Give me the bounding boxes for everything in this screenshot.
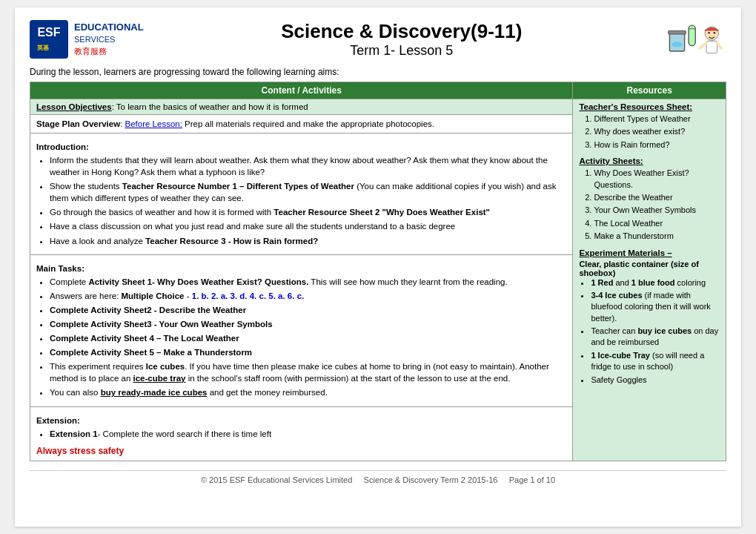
- resources-cell: Teacher's Resources Sheet: Different Typ…: [573, 99, 726, 461]
- main-tasks-heading: Main Tasks:: [36, 264, 566, 273]
- svg-rect-8: [706, 41, 717, 53]
- activity-sheets-title: Activity Sheets:: [579, 156, 720, 165]
- page: ESF英基 EDUCATIONAL SERVICES 教育服務 Science …: [15, 7, 741, 527]
- svg-point-2: [672, 42, 683, 47]
- experiment-title: Experiment Materials –: [579, 248, 720, 257]
- logo-educational: EDUCATIONAL: [74, 21, 144, 34]
- intro-bullet-5: Have a look and analyze Teacher Resource…: [50, 235, 566, 247]
- logo-chinese: 教育服務: [74, 46, 144, 57]
- task-1-bold: Activity Sheet 1- Why Does Weather Exist…: [88, 277, 308, 286]
- experiment-intro: Clear, plastic container (size of shoebo…: [579, 260, 720, 277]
- lesson-objectives-cell: Lesson Objectives: To learn the basics o…: [30, 99, 573, 115]
- svg-line-10: [717, 43, 721, 48]
- col-header-content: Content / Activities: [30, 82, 573, 99]
- task-8: You can also buy ready-made ice cubes an…: [50, 386, 566, 398]
- footer-page: Page 1 of 10: [509, 475, 555, 484]
- activity-item: Why Does Weather Exist? Questions.: [594, 168, 720, 191]
- exp-ice-cubes: 3-4 Ice cubes: [591, 291, 642, 300]
- task-6-bold: Complete Activity Sheet 5 – Make a Thund…: [50, 348, 252, 357]
- ext-1-bold: Extension 1: [50, 429, 98, 438]
- teachers-resources-section: Teacher's Resources Sheet: Different Typ…: [579, 102, 720, 151]
- svg-rect-1: [668, 31, 686, 35]
- title-area: Science & Discovery(9-11) Term 1- Lesson…: [144, 20, 660, 59]
- task-2-answers: 1. b. 2. a. 3. d. 4. c. 5. a. 6. c.: [192, 291, 305, 300]
- task-4: Complete Activity Sheet3 - Your Own Weat…: [50, 318, 566, 330]
- extension-item-1: Extension 1- Complete the word search if…: [50, 428, 566, 440]
- intro-b5-bold: Teacher Resource 3 - How is Rain formed?: [145, 237, 318, 245]
- task-7: This experiment requires Ice cubes. If y…: [50, 360, 566, 384]
- logo-area: ESF英基 EDUCATIONAL SERVICES 教育服務: [30, 20, 144, 59]
- footer-subject: Science & Discovery Term 2 2015-16: [364, 475, 498, 484]
- lesson-obj-text: : To learn the basics of weather and how…: [112, 102, 308, 111]
- svg-point-6: [708, 32, 710, 34]
- col-header-resources: Resources: [573, 82, 726, 99]
- svg-line-9: [699, 43, 706, 48]
- teachers-resources-list: Different Types of Weather Why does weat…: [594, 113, 720, 151]
- main-tasks-list: Complete Activity Sheet 1- Why Does Weat…: [50, 276, 566, 399]
- intro-b2-bold: Teacher Resource Number 1 – Different Ty…: [122, 182, 354, 191]
- stage-plan-text: Prep all materials required and make the…: [182, 119, 434, 128]
- svg-point-7: [713, 32, 715, 34]
- logo-box: ESF英基: [30, 20, 68, 59]
- activity-item: Your Own Weather Symbols: [594, 205, 720, 216]
- extension-list: Extension 1- Complete the word search if…: [50, 428, 566, 440]
- footer-copyright: © 2015 ESF Educational Services Limited: [201, 475, 352, 484]
- experiment-materials-section: Experiment Materials – Clear, plastic co…: [579, 248, 720, 386]
- task-6: Complete Activity Sheet 5 – Make a Thund…: [50, 346, 566, 358]
- exp-bullet: Safety Goggles: [591, 375, 720, 386]
- task-5: Complete Activity Sheet 4 – The Local We…: [50, 332, 566, 344]
- task-5-bold: Complete Activity Sheet 4 – The Local We…: [50, 334, 239, 343]
- task-7-tray: ice-cube tray: [133, 374, 186, 383]
- main-table: Content / Activities Resources Lesson Ob…: [30, 82, 726, 461]
- task-2: Answers are here: Multiple Choice - 1. b…: [50, 290, 566, 302]
- intro-bullet-2: Show the students Teacher Resource Numbe…: [50, 180, 566, 204]
- logo-esf: ESF英基: [37, 26, 60, 53]
- task-4-bold: Complete Activity Sheet3 - Your Own Weat…: [50, 320, 273, 329]
- task-8-buy: buy ready-made ice cubes: [101, 388, 208, 397]
- lesson-obj-label: Lesson Objectives: [36, 102, 112, 111]
- res-item: Different Types of Weather: [594, 113, 720, 125]
- task-3-bold: Complete Activity Sheet2 - Describe the …: [50, 306, 246, 314]
- before-lesson-link[interactable]: Before Lesson:: [125, 119, 182, 128]
- introduction-cell: Introduction: Inform the students that t…: [30, 134, 573, 255]
- task-3: Complete Activity Sheet2 - Describe the …: [50, 304, 566, 316]
- experiment-bullets-list: 1 Red and 1 blue food coloring 3-4 Ice c…: [591, 277, 720, 386]
- intro-bullets-list: Inform the students that they will learn…: [50, 154, 566, 247]
- always-safety: Always stress safety: [36, 446, 566, 456]
- logo-text-block: EDUCATIONAL SERVICES 教育服務: [74, 21, 144, 57]
- intro-bullet-3: Go through the basics of weather and how…: [50, 206, 566, 218]
- intro-bullet-1: Inform the students that they will learn…: [50, 154, 566, 178]
- exp-ice-tray: 1 Ice-cube Tray: [591, 351, 650, 360]
- lesson-objectives-row: Lesson Objectives: To learn the basics o…: [30, 99, 726, 115]
- page-title: Science & Discovery(9-11): [144, 20, 660, 43]
- intro-heading: Introduction:: [36, 142, 566, 151]
- exp-bullet: Teacher can buy ice cubes on day and be …: [591, 326, 720, 349]
- exp-buy-ice: buy ice cubes: [637, 326, 692, 335]
- extension-cell: Extension: Extension 1- Complete the wor…: [30, 406, 573, 461]
- activity-item: Describe the Weather: [594, 192, 720, 203]
- exp-bullet: 3-4 Ice cubes (if made with bluefood col…: [591, 290, 720, 324]
- stage-plan-label: Stage Plan Overview: [36, 119, 120, 128]
- res-item: How is Rain formed?: [594, 139, 720, 151]
- activity-item: The Local Weather: [594, 218, 720, 229]
- activity-item: Make a Thunderstorm: [594, 231, 720, 242]
- activity-sheets-list: Why Does Weather Exist? Questions. Descr…: [594, 168, 720, 242]
- logo-services: SERVICES: [74, 34, 144, 45]
- science-illustration-area: [660, 19, 726, 59]
- science-illustration: [662, 19, 725, 59]
- learning-aims: During the lesson, learners are progress…: [30, 67, 726, 77]
- task-1: Complete Activity Sheet 1- Why Does Weat…: [50, 276, 566, 288]
- stage-plan-cell: Stage Plan Overview: Before Lesson: Prep…: [30, 115, 573, 134]
- main-tasks-cell: Main Tasks: Complete Activity Sheet 1- W…: [30, 254, 573, 406]
- experiment-container: Clear, plastic container (size of shoebo…: [579, 260, 698, 277]
- extension-heading: Extension:: [36, 416, 566, 425]
- teachers-resources-title: Teacher's Resources Sheet:: [579, 102, 720, 111]
- header: ESF英基 EDUCATIONAL SERVICES 教育服務 Science …: [30, 19, 726, 59]
- exp-bullet: 1 Ice-cube Tray (so will need a fridge t…: [591, 350, 720, 373]
- intro-b3-bold: Teacher Resource Sheet 2 "Why Does Weath…: [273, 208, 490, 217]
- exp-1-red: 1 Red: [591, 278, 613, 287]
- footer: © 2015 ESF Educational Services Limited …: [30, 470, 726, 484]
- task-7-icecubes: Ice cubes: [146, 362, 185, 371]
- intro-bullet-4: Have a class discussion on what you just…: [50, 220, 566, 232]
- activity-sheets-section: Activity Sheets: Why Does Weather Exist?…: [579, 156, 720, 242]
